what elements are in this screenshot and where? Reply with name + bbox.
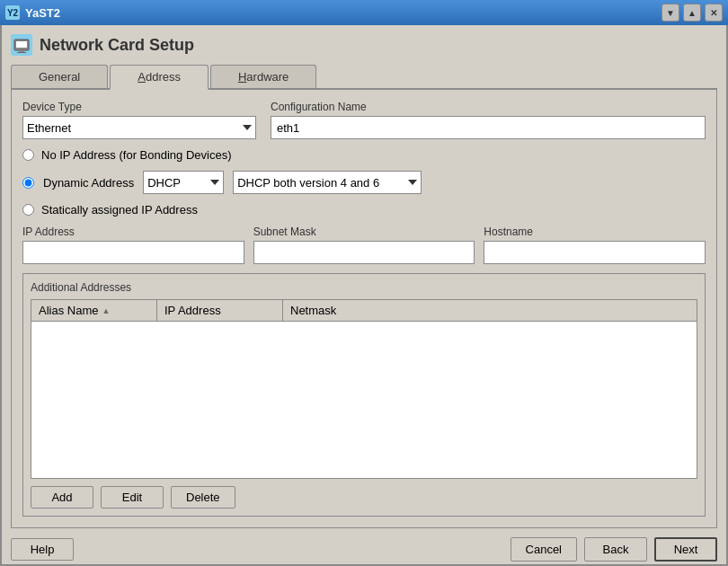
sort-arrow-icon: ▲ <box>102 306 110 315</box>
device-type-label: Device Type <box>22 101 256 113</box>
subnet-mask-input[interactable] <box>253 241 475 264</box>
bottom-left: Help <box>11 538 74 561</box>
tab-content: Device Type Ethernet Configuration Name … <box>11 90 717 528</box>
col-ip-header[interactable]: IP Address <box>157 300 283 321</box>
app-title: YaST2 <box>25 6 60 20</box>
minimize-button[interactable]: ▼ <box>661 4 679 22</box>
device-type-group: Device Type Ethernet <box>22 101 256 139</box>
page-title-row: Network Card Setup <box>11 34 717 56</box>
no-ip-label: No IP Address (for Bonding Devices) <box>41 148 231 162</box>
svg-rect-2 <box>19 50 24 52</box>
col-netmask-header[interactable]: Netmask <box>283 300 697 321</box>
dynamic-radio[interactable] <box>22 177 34 189</box>
tab-address[interactable]: Address <box>110 65 209 90</box>
ip-fields-row: IP Address Subnet Mask Hostname <box>22 226 706 264</box>
next-button[interactable]: Next <box>654 537 717 562</box>
subnet-mask-label: Subnet Mask <box>253 226 475 238</box>
dhcp-select[interactable]: DHCP <box>143 171 224 194</box>
hostname-label: Hostname <box>484 226 706 238</box>
config-name-label: Configuration Name <box>271 101 706 113</box>
titlebar: Y2 YaST2 ▼ ▲ ✕ <box>0 0 728 25</box>
address-table: Alias Name ▲ IP Address Netmask <box>31 299 697 479</box>
hostname-group: Hostname <box>484 226 706 264</box>
no-ip-radio[interactable] <box>22 149 34 161</box>
ip-address-group: IP Address <box>22 226 244 264</box>
device-type-select[interactable]: Ethernet <box>22 116 256 139</box>
app-icon-label: Y2 <box>7 8 18 18</box>
table-buttons: Add Edit Delete <box>31 486 697 509</box>
edit-button[interactable]: Edit <box>101 486 164 509</box>
main-window: Network Card Setup General Address Hardw… <box>0 25 728 566</box>
ip-address-label: IP Address <box>22 226 244 238</box>
subnet-mask-group: Subnet Mask <box>253 226 475 264</box>
add-button[interactable]: Add <box>31 486 93 509</box>
back-button[interactable]: Back <box>584 537 647 562</box>
col-alias-header[interactable]: Alias Name ▲ <box>31 300 157 321</box>
tab-hardware[interactable]: Hardware <box>210 65 316 88</box>
dynamic-label: Dynamic Address <box>43 176 134 190</box>
additional-addresses-label: Additional Addresses <box>31 281 697 294</box>
static-ip-row: Statically assigned IP Address <box>22 203 706 217</box>
static-label: Statically assigned IP Address <box>41 203 198 217</box>
page-title: Network Card Setup <box>40 36 194 55</box>
table-header: Alias Name ▲ IP Address Netmask <box>31 300 697 322</box>
dhcp-version-select[interactable]: DHCP both version 4 and 6 <box>233 171 422 194</box>
ip-address-input[interactable] <box>22 241 244 264</box>
close-button[interactable]: ✕ <box>705 4 723 22</box>
bottom-bar: Help Cancel Back Next <box>11 537 717 562</box>
delete-button[interactable]: Delete <box>171 486 235 509</box>
static-radio[interactable] <box>22 204 34 216</box>
no-ip-row: No IP Address (for Bonding Devices) <box>22 148 706 162</box>
config-name-input[interactable] <box>271 116 706 139</box>
dynamic-address-row: Dynamic Address DHCP DHCP both version 4… <box>22 171 706 194</box>
window-controls: ▼ ▲ ✕ <box>661 4 723 22</box>
tab-general[interactable]: General <box>11 65 108 88</box>
app-icon: Y2 <box>5 5 20 20</box>
table-body <box>31 322 697 478</box>
cancel-button[interactable]: Cancel <box>510 537 577 562</box>
tab-bar: General Address Hardware <box>11 65 717 90</box>
additional-addresses-section: Additional Addresses Alias Name ▲ IP Add… <box>22 273 706 517</box>
bottom-right: Cancel Back Next <box>510 537 717 562</box>
device-config-row: Device Type Ethernet Configuration Name <box>22 101 706 139</box>
maximize-button[interactable]: ▲ <box>683 4 701 22</box>
svg-rect-1 <box>16 41 27 48</box>
page-icon <box>11 34 32 56</box>
help-button[interactable]: Help <box>11 538 74 561</box>
config-name-group: Configuration Name <box>271 101 706 139</box>
svg-rect-3 <box>17 52 26 53</box>
hostname-input[interactable] <box>484 241 706 264</box>
